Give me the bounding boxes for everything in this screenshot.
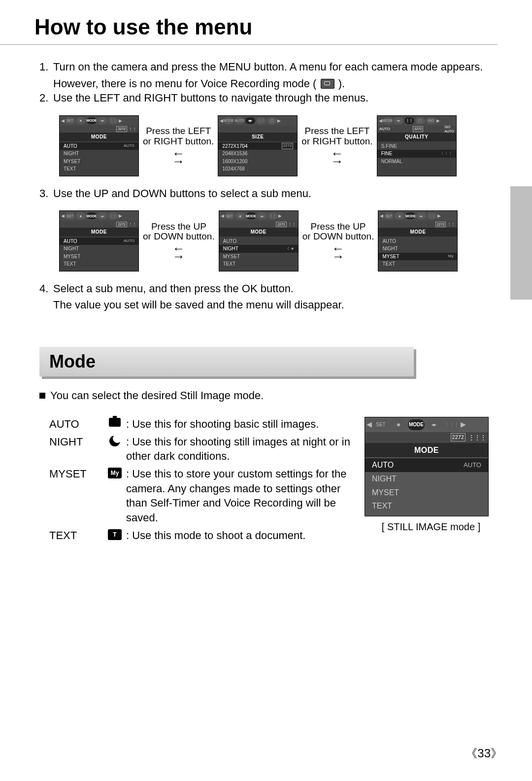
screens-row-lr: ◀ SET ☻ MODE ◂▸ ⋮⋮ ▶ 2272⋮⋮ MODE AUTOAUT… xyxy=(59,115,498,176)
menu-item-myset: MYSET xyxy=(365,486,488,500)
tab-icon: ◂▸ xyxy=(426,419,442,430)
mode-heading-bar: Mode xyxy=(39,347,414,376)
tab-quality-icon: ⋮⋮ xyxy=(404,117,414,124)
menu-item: 1600X1200 xyxy=(218,158,297,166)
tab-icon: ⋮⋮ xyxy=(108,117,118,124)
page-number: 《33》 xyxy=(466,746,502,761)
lcd-mode-myset: ◀SET☻MODE◂▸⋮⋮▶ 2272⋮⋮ MODE AUTO NIGHT MY… xyxy=(378,210,458,272)
tab-icon: MODE xyxy=(383,117,393,124)
tab-icon: ⋮⋮ xyxy=(256,117,266,124)
menu-item-night: NIGHT xyxy=(365,472,488,486)
step-text: Select a sub menu, and then press the OK… xyxy=(53,282,294,295)
lcd-title: QUALITY xyxy=(377,133,456,141)
mode-row-myset: MYSET My : Use this to store your custom… xyxy=(39,467,365,525)
step-1-cont: However, there is no menu for Voice Reco… xyxy=(39,76,498,91)
mode-heading: Mode xyxy=(49,350,96,374)
menu-item-myset: MYSET xyxy=(60,158,138,166)
menu-item: FINE⋮⋮⋮ xyxy=(377,150,456,158)
step-number: 4. xyxy=(39,281,53,296)
step-4-cont: The value you set will be saved and the … xyxy=(39,298,498,312)
mode-section: Mode You can select the desired Still Im… xyxy=(39,347,498,545)
tab-mode-icon: MODE xyxy=(87,117,97,124)
tab-set: SET xyxy=(372,419,389,430)
modes-row: AUTO : Use this for shooting basic still… xyxy=(39,417,498,546)
step-1: 1. Turn on the camera and press the MENU… xyxy=(39,60,498,74)
menu-item: NORMAL xyxy=(377,158,456,166)
page-title: How to use the menu xyxy=(0,0,498,45)
step-text: Use the UP and DOWN buttons to select a … xyxy=(53,187,311,200)
menu-item: 2048X1536 xyxy=(218,150,297,158)
step-number: 3. xyxy=(39,186,53,201)
mode-row-text: TEXT T : Use this mode to shoot a docume… xyxy=(39,528,365,543)
step-number: 1. xyxy=(39,60,53,74)
manual-page: How to use the menu 1. Turn on the camer… xyxy=(0,0,532,781)
moon-star-icon: ☾★ xyxy=(287,246,294,252)
lcd-mode-auto: ◀SET☻MODE◂▸⋮⋮▶ 2272⋮⋮ MODE AUTOAUTO NIGH… xyxy=(59,210,139,272)
lcd-quality: ◀ MODE ◂▸ ⋮⋮ ▢ ISO ▶ AUTO2272ISOAUTO QUA… xyxy=(377,115,457,176)
arrow-lr: Press the LEFTor RIGHT button. ←→ xyxy=(143,126,214,165)
mode-row-auto: AUTO : Use this for shooting basic still… xyxy=(39,417,365,432)
arrow-lr: Press the LEFTor RIGHT button. ←→ xyxy=(301,126,372,165)
tab-size-icon: ◂▸ xyxy=(245,117,255,124)
step-text: Use the LEFT and RIGHT buttons to naviga… xyxy=(53,92,368,104)
lcd-mode-night: ◀SET☻MODE◂▸⋮⋮▶ 2272⋮⋮ MODE AUTO NIGHT☾★ … xyxy=(219,210,299,272)
step-2: 2. Use the LEFT and RIGHT buttons to nav… xyxy=(39,91,498,105)
tab-auto: AUTO xyxy=(234,117,244,124)
step-number: 2. xyxy=(39,91,53,105)
bullet-square-icon xyxy=(39,393,45,399)
tab-icon: ◂▸ xyxy=(98,117,107,124)
section-tab xyxy=(510,186,532,300)
step-text: Turn on the camera and press the MENU bu… xyxy=(53,61,483,73)
tab-icon: ▢ xyxy=(267,117,277,124)
menu-item xyxy=(377,165,456,173)
mode-row-night: NIGHT : Use this for shooting still imag… xyxy=(39,435,365,464)
tab-icon: ⋮⋮⋮ xyxy=(443,419,460,430)
lcd-still-image: ◀ SET ☻ MODE ◂▸ ⋮⋮⋮ ▶ 2272⋮⋮⋮ MODE AUTOA… xyxy=(365,417,489,516)
big-lcd-wrap: ◀ SET ☻ MODE ◂▸ ⋮⋮⋮ ▶ 2272⋮⋮⋮ MODE AUTOA… xyxy=(365,417,498,546)
tab-icon: ▢ xyxy=(415,117,425,124)
step-3: 3. Use the UP and DOWN buttons to select… xyxy=(39,186,498,201)
arrow-right-icon: → xyxy=(331,158,343,166)
moon-star-icon xyxy=(109,436,120,446)
mode-intro: You can select the desired Still Image m… xyxy=(39,388,498,403)
menu-item-night: NIGHT xyxy=(60,150,138,158)
menu-item-auto: AUTOAUTO xyxy=(365,458,488,472)
tab-mode-icon: MODE xyxy=(408,419,425,430)
step-4: 4. Select a sub menu, and then press the… xyxy=(39,281,498,296)
menu-item-text: TEXT xyxy=(60,165,138,173)
menu-item: 2272X17042272 xyxy=(218,142,297,150)
arrow-ud: Press the UPor DOWN button. ←→ xyxy=(302,222,374,261)
tab-set: SET xyxy=(65,117,75,124)
arrow-right-icon: → xyxy=(332,253,345,261)
lcd-size: ◀ MODE AUTO ◂▸ ⋮⋮ ▢ ▶ SIZE 2272X17042272… xyxy=(218,115,298,176)
tab-icon: ◂▸ xyxy=(394,117,403,124)
menu-item-text: TEXT xyxy=(365,499,488,513)
text-icon: T xyxy=(108,529,122,540)
page-body: 1. Turn on the camera and press the MENU… xyxy=(0,45,532,545)
arrow-right-icon: → xyxy=(172,253,185,261)
menu-item-auto: AUTOAUTO xyxy=(60,142,138,150)
menu-item: 1024X768 xyxy=(218,165,297,173)
tab-icon: ☻ xyxy=(390,419,407,430)
lcd-caption: [ STILL IMAGE mode ] xyxy=(365,520,498,534)
my-icon: My xyxy=(108,468,122,478)
tab-icon: ☻ xyxy=(76,117,86,124)
tab-iso: ISO xyxy=(426,117,436,124)
arrow-right-icon: → xyxy=(172,158,185,166)
voice-recording-icon xyxy=(321,79,334,89)
lcd-title: SIZE xyxy=(218,133,297,141)
modes-list: AUTO : Use this for shooting basic still… xyxy=(39,417,365,546)
camera-icon xyxy=(109,418,121,427)
arrow-ud: Press the UPor DOWN button. ←→ xyxy=(143,222,215,261)
screens-row-ud: ◀SET☻MODE◂▸⋮⋮▶ 2272⋮⋮ MODE AUTOAUTO NIGH… xyxy=(59,210,498,272)
lcd-mode: ◀ SET ☻ MODE ◂▸ ⋮⋮ ▶ 2272⋮⋮ MODE AUTOAUT… xyxy=(59,115,139,176)
tab-mode-icon: MODE xyxy=(224,117,233,124)
menu-item: S.FINE xyxy=(377,142,456,150)
lcd-title: MODE xyxy=(60,133,138,141)
